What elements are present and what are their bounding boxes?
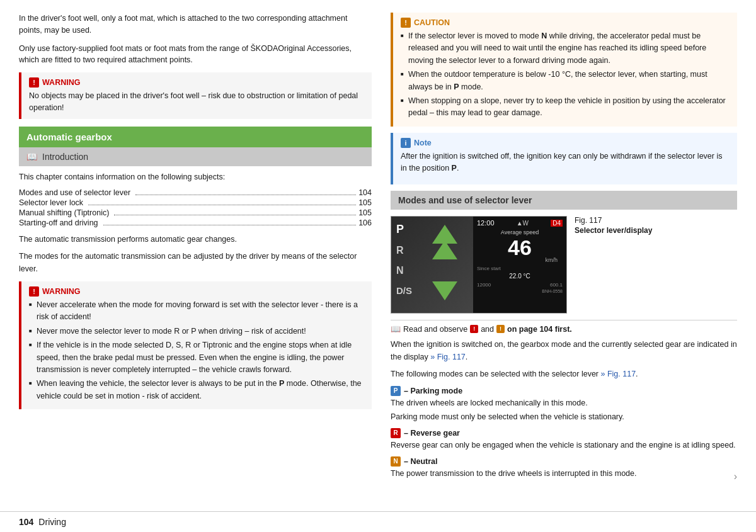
gear-DS: D/S xyxy=(396,285,412,296)
figure-desc: Selector lever/display xyxy=(575,226,737,235)
toc-label-2: Selector lever lock xyxy=(19,198,86,207)
mode-reverse-text1: Reverse gear can only be engaged when th… xyxy=(391,439,737,451)
footer-page-number: 104 xyxy=(19,517,33,527)
display-panel: 12:00 ▲W D4 Average speed 46 km/h Since … xyxy=(473,217,566,313)
intro-para1: In the driver's foot well, only a foot m… xyxy=(19,13,372,37)
toc-label-1: Modes and use of selector lever xyxy=(19,188,133,197)
mode-badge-N: N xyxy=(391,456,401,467)
body-para-2: The modes for the automatic transmission… xyxy=(19,251,372,275)
right-body-para-2: The following modes can be selected with… xyxy=(391,368,737,380)
toc-page-1: 104 xyxy=(358,188,372,197)
gear-R: R xyxy=(396,245,412,256)
warning-title-1: ! WARNING xyxy=(29,77,364,88)
right-body-para-1: When the ignition is switched on, the ge… xyxy=(391,339,737,363)
body-para-1: The automatic transmission performs auto… xyxy=(19,234,372,246)
warning-bullet-1: Never accelerate when the mode for movin… xyxy=(29,299,364,324)
mode-parking-text1: The driven wheels are locked mechanicall… xyxy=(391,397,737,409)
warning-bullets-2: Never accelerate when the mode for movin… xyxy=(29,299,364,402)
warning-text-1: No objects may be placed in the driver's… xyxy=(29,90,364,114)
caution-bullets: If the selector lever is moved to mode N… xyxy=(401,30,730,120)
read-observe-and: and xyxy=(481,325,494,334)
warning-bullet-2: Never move the selector lever to mode R … xyxy=(29,325,364,337)
toc-dots-1 xyxy=(135,195,356,195)
toc-page-2: 105 xyxy=(358,198,372,207)
note-text: After the ignition is switched off, the … xyxy=(401,150,730,175)
toc-row-3: Manual shifting (Tiptronic) 105 xyxy=(19,208,372,217)
mode-neutral: N – Neutral The power transmission to th… xyxy=(391,456,737,482)
mode-badge-P: P xyxy=(391,386,401,396)
mode-reverse-title: R – Reverse gear xyxy=(391,428,737,438)
book-icon: 📖 xyxy=(26,152,37,162)
toc-intro: This chapter contains information on the… xyxy=(19,171,372,183)
toc-row-2: Selector lever lock 105 xyxy=(19,198,372,207)
caution-icon: ! xyxy=(401,18,411,28)
modes-header: Modes and use of selector lever xyxy=(391,191,737,210)
section-header-introduction: 📖 Introduction xyxy=(19,147,372,166)
toc-dots-3 xyxy=(114,215,356,215)
mode-neutral-label: – Neutral xyxy=(404,457,438,466)
display-speed: 46 xyxy=(477,237,563,258)
display-km: 12000 xyxy=(477,282,491,288)
warning-bullet-4: When leaving the vehicle, the selector l… xyxy=(29,378,364,402)
caution-bullet-3: When stopping on a slope, never try to k… xyxy=(401,95,730,120)
figure-caption-area: Fig. 117 Selector lever/display xyxy=(575,216,737,314)
read-observe-bar: 📖 Read and observe ! and ! on page 104 f… xyxy=(391,320,737,334)
inline-warning-icon: ! xyxy=(470,325,478,333)
gear-N: N xyxy=(396,265,412,276)
warning-icon-1: ! xyxy=(29,77,39,88)
toc-row-1: Modes and use of selector lever 104 xyxy=(19,188,372,197)
gear-selector-visual: P R N D/S xyxy=(391,217,473,313)
gear-label-list: P R N D/S xyxy=(396,223,412,296)
mode-parking-title: P – Parking mode xyxy=(391,386,737,396)
caution-bullet-2: When the outdoor temperature is below -1… xyxy=(401,69,730,93)
display-time: 12:00 xyxy=(477,219,495,227)
figure-area: P R N D/S xyxy=(391,216,737,314)
toc-label-3: Manual shifting (Tiptronic) xyxy=(19,208,112,217)
display-mode: ▲W xyxy=(517,220,529,227)
mode-neutral-title: N – Neutral xyxy=(391,456,737,467)
arrow-down-1 xyxy=(432,281,457,300)
gear-P: P xyxy=(396,223,412,236)
mode-parking: P – Parking mode The driven wheels are l… xyxy=(391,386,737,424)
display-trip: 600.1 xyxy=(550,282,563,288)
display-since: Since start xyxy=(477,266,563,271)
display-header: 12:00 ▲W D4 xyxy=(477,219,563,227)
read-observe-text: Read and observe xyxy=(403,325,467,334)
warning-bullet-3: If the vehicle is in the mode selected D… xyxy=(29,339,364,376)
display-bnh: BNH-0558 xyxy=(477,289,563,293)
selector-arrows-svg xyxy=(426,222,464,303)
display-footer: 12000 600.1 xyxy=(477,282,563,288)
mode-neutral-text1: The power transmission to the drive whee… xyxy=(391,468,636,480)
toc-row-4: Starting-off and driving 106 xyxy=(19,218,372,227)
read-observe-end: on page 104 first. xyxy=(507,325,572,334)
footer-bar: 104 Driving xyxy=(0,511,756,532)
chevron-right-icon: › xyxy=(734,471,737,482)
display-temp: 22.0 °C xyxy=(477,273,563,280)
caution-bullet-1: If the selector lever is moved to mode N… xyxy=(401,30,730,67)
toc-dots-4 xyxy=(103,225,357,225)
mode-badge-R: R xyxy=(391,428,401,438)
mode-reverse-label: – Reverse gear xyxy=(404,429,460,438)
display-avg-label: Average speed xyxy=(477,229,563,235)
intro-para2: Only use factory-supplied foot mats or f… xyxy=(19,43,372,67)
figure-image: P R N D/S xyxy=(391,216,567,314)
figure-number: Fig. 117 xyxy=(575,216,737,225)
warning-box-2: ! WARNING Never accelerate when the mode… xyxy=(19,281,372,409)
note-title: i Note xyxy=(401,138,730,148)
display-unit: km/h xyxy=(477,257,558,263)
warning-box-1: ! WARNING No objects may be placed in th… xyxy=(19,72,372,119)
note-icon: i xyxy=(401,138,411,148)
toc-table: Modes and use of selector lever 104 Sele… xyxy=(19,188,372,227)
inline-caution-icon: ! xyxy=(496,325,505,333)
green-arrows-container xyxy=(426,222,464,303)
display-d4: D4 xyxy=(551,220,563,227)
section-header-automatic-gearbox: Automatic gearbox xyxy=(19,127,372,147)
mode-parking-text2: Parking mode must only be selected when … xyxy=(391,411,737,423)
toc-dots-2 xyxy=(88,205,356,205)
toc-page-3: 105 xyxy=(358,208,372,217)
mode-reverse: R – Reverse gear Reverse gear can only b… xyxy=(391,428,737,451)
mode-parking-label: – Parking mode xyxy=(404,387,462,395)
warning-title-2: ! WARNING xyxy=(29,286,364,297)
warning-icon-2: ! xyxy=(29,286,39,297)
read-observe-book-icon: 📖 xyxy=(391,324,401,334)
